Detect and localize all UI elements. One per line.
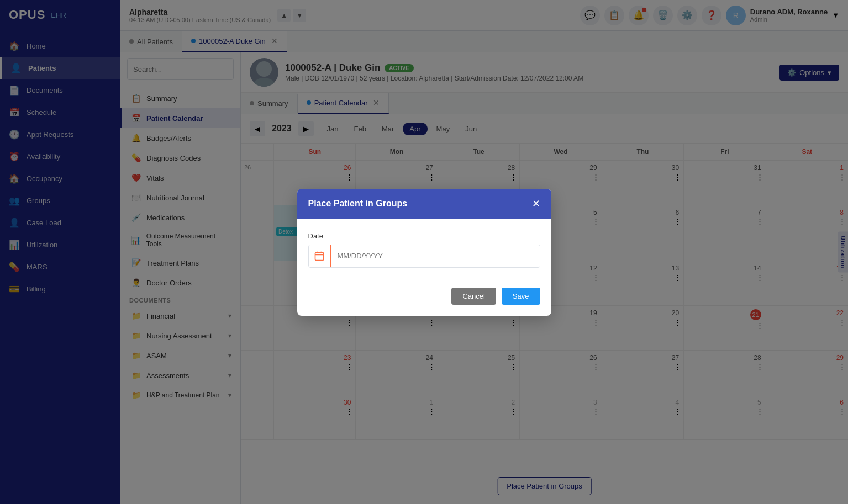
svg-rect-2 — [315, 252, 323, 260]
modal-footer: Cancel Save — [297, 281, 551, 316]
modal-body: Date — [297, 219, 551, 281]
place-patient-modal: Place Patient in Groups ✕ Date Cancel Sa… — [297, 189, 551, 316]
date-label: Date — [308, 232, 540, 240]
calendar-icon — [314, 251, 325, 262]
cancel-button[interactable]: Cancel — [451, 288, 496, 305]
modal-header: Place Patient in Groups ✕ — [297, 189, 551, 219]
save-button[interactable]: Save — [502, 288, 540, 305]
calendar-picker-button[interactable] — [309, 245, 331, 267]
modal-title: Place Patient in Groups — [308, 199, 408, 209]
date-field[interactable] — [331, 245, 540, 267]
modal-overlay[interactable]: Place Patient in Groups ✕ Date Cancel Sa… — [0, 0, 848, 504]
date-input-wrapper — [308, 245, 540, 268]
modal-close-button[interactable]: ✕ — [532, 198, 540, 210]
